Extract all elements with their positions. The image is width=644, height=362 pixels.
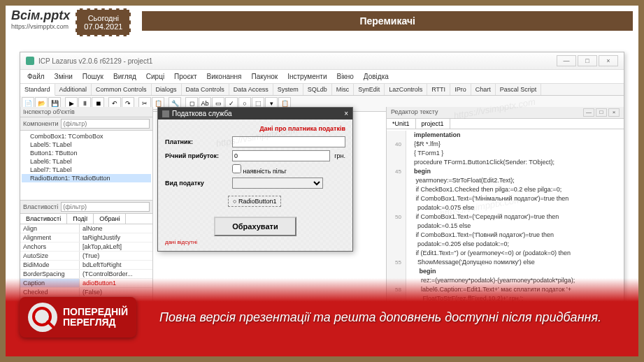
property-tabs: ВластивостіПодіїОбрані [20,214,152,224]
currency-label: грн. [334,152,345,159]
tab-lazcontrols[interactable]: LazControls [385,84,427,95]
tree-item[interactable]: RadioButton1: TRadioButton [22,174,151,182]
benefits-label: наявність пільг [243,168,287,175]
tab-sqldb[interactable]: SQLdb [303,84,332,95]
tab-ipro[interactable]: IPro [450,84,471,95]
menu-файл[interactable]: Файл [23,71,49,82]
radiobutton1[interactable]: ○ RadioButton1 [228,196,281,207]
menu-сирці[interactable]: Сирці [142,71,169,82]
income-input[interactable] [232,150,330,161]
benefits-checkbox-row: наявність пільг [232,164,345,175]
magnifier-icon [28,303,57,332]
form-icon [162,110,169,117]
menu-вікно[interactable]: Вікно [333,71,358,82]
code-line: if ComboBox1.Text=('Повний податок')=tru… [387,231,624,240]
component-filter[interactable] [61,119,150,129]
editor-tabs: *Unit1project1 [387,119,624,129]
error-label: дані відсутні [165,239,345,245]
lazarus-icon [26,57,34,65]
component-tree[interactable]: ComboBox1: TComboBoxLabel5: TLabelButton… [20,131,152,201]
prop-tab[interactable]: Події [67,214,94,224]
tab-pascal-script[interactable]: Pascal Script [496,84,542,95]
tab-misc[interactable]: Misc [332,84,355,95]
prop-tab[interactable]: Властивості [20,214,67,224]
date-box: Сьогодні 07.04.2021 [76,8,131,36]
menu-інструменти[interactable]: Інструменти [283,71,331,82]
menu-довідка[interactable]: Довідка [359,71,393,82]
code-line: 50 if ComboBox1.Text=('Середній податок'… [387,212,624,222]
property-filter[interactable] [61,202,150,212]
code-line: podatok:=0.075 else [387,203,624,212]
taxtype-select[interactable] [232,178,323,189]
menu-пакунок[interactable]: Пакунок [247,71,282,82]
badge-line1: ПОПЕРЕДНІЙ [63,307,128,317]
slide-title: Перемикачі [142,11,633,31]
property-row[interactable]: Anchors[akTop,akLeft] [20,242,152,252]
maximize-button[interactable]: □ [578,55,597,66]
editor-title: Редактор тексту [391,108,438,117]
tab-additional[interactable]: Additional [55,84,92,95]
form-header-label: Дані про платника податків [165,125,345,132]
menu-пошук[interactable]: Пошук [78,71,108,82]
window-buttons: — □ × [557,55,618,66]
code-line: yearmoney:=StrToFloat(Edit2.Text); [387,176,624,185]
income-label: Річний прибуток: [165,152,228,159]
tab-standard[interactable]: Standard [20,84,55,96]
code-line: { TForm1 } [387,149,624,158]
code-line: 45 begin [387,167,624,176]
menu-зміни[interactable]: Зміни [50,71,77,82]
editor-tab[interactable]: project1 [416,119,450,129]
editor-header: Редактор тексту — □ × [387,107,624,119]
benefits-checkbox[interactable] [232,164,241,173]
tree-item[interactable]: Label5: TLabel [22,140,151,149]
tree-item[interactable]: Button1: TButton [22,149,151,157]
form-titlebar: Податкова служба × [158,108,352,120]
tab-chart[interactable]: Chart [471,84,496,95]
minimize-button[interactable]: — [557,55,576,66]
tab-dialogs[interactable]: Dialogs [152,84,182,95]
editor-max-icon[interactable]: □ [596,108,607,117]
tree-item[interactable]: ComboBox1: TComboBox [22,132,151,140]
tab-synedit[interactable]: SynEdit [354,84,385,95]
calculate-button[interactable]: Обрахувати [214,217,296,236]
close-button[interactable]: × [599,55,618,66]
property-row[interactable]: AlignalNone [20,224,152,233]
form-designer[interactable]: Податкова служба × Дані про платника под… [157,107,353,252]
tree-item[interactable]: Label6: TLabel [22,157,151,166]
menu-виконання[interactable]: Виконання [203,71,246,82]
preview-overlay: ПОПЕРЕДНІЙ ПЕРЕГЛЯД Повна версія презент… [6,278,638,356]
code-line: podatok:=0.15 else [387,222,624,231]
preview-badge: ПОПЕРЕДНІЙ ПЕРЕГЛЯД [20,297,136,338]
top-bar: Всім.pptx https://vsimpptx.com Сьогодні … [6,6,638,39]
property-row[interactable]: AlignmenttaRightJustify [20,233,152,242]
property-row[interactable]: AutoSize(True) [20,252,152,261]
property-row[interactable]: BidiModebdLeftToRight [20,261,152,270]
code-line: procedure TForm1.Button1Click(Sender: TO… [387,158,624,167]
menu-вигляд[interactable]: Вигляд [109,71,141,82]
menu-проєкт[interactable]: Проєкт [170,71,201,82]
form-close-icon[interactable]: × [344,110,348,117]
inspector-title: Інспектор об'єктів [23,108,75,115]
code-line: begin [387,267,624,276]
tab-system[interactable]: System [273,84,303,95]
tab-data-access[interactable]: Data Access [229,84,273,95]
editor-close-icon[interactable]: × [608,108,620,117]
editor-tab[interactable]: *Unit1 [387,119,416,129]
editor-min-icon[interactable]: — [583,108,594,117]
tab-data-controls[interactable]: Data Controls [182,84,229,95]
code-line: if (Edit1.Text='') or (yearmoney<=0) or … [387,249,624,258]
properties-label: Властивості [23,203,58,210]
taxtype-label: Вид податку [165,180,228,187]
overlay-message: Повна версія презентації та решта доповн… [136,310,624,325]
tab-common-controls[interactable]: Common Controls [92,84,152,95]
menu-bar: ФайлЗміниПошукВиглядСирціПроєктВиконання… [20,70,624,84]
badge-line2: ПЕРЕГЛЯД [63,317,128,328]
ide-titlebar: ICP Lazarus v2.0.6 r62129 - project1 — □… [20,52,624,70]
today-label: Сьогодні [84,14,122,22]
payer-input[interactable] [232,136,345,147]
tab-rtti[interactable]: RTTI [427,84,450,95]
prop-tab[interactable]: Обрані [94,214,126,224]
tree-item[interactable]: Label7: TLabel [22,166,151,174]
logo-block: Всім.pptx https://vsimpptx.com [11,8,70,30]
radiobutton1-label: RadioButton1 [238,198,277,205]
